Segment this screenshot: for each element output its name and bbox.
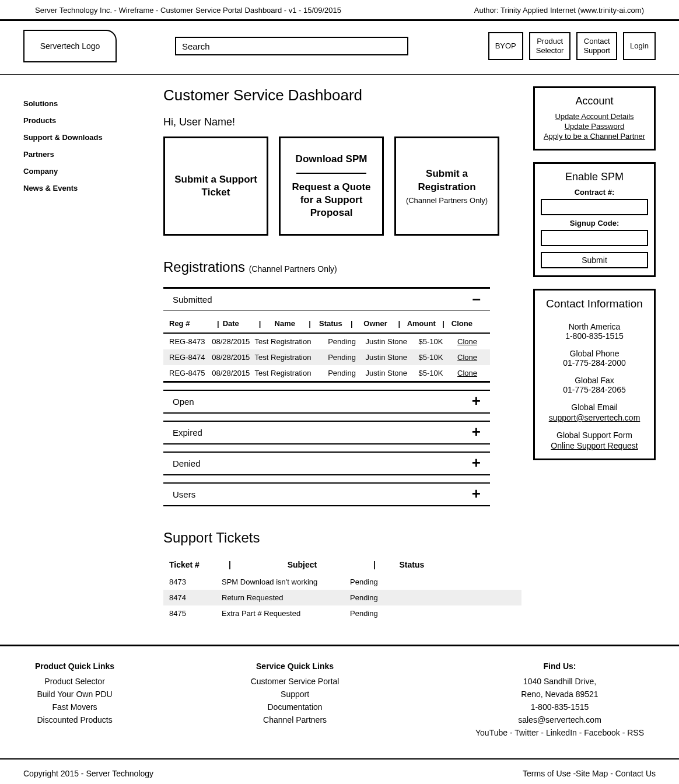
th-owner: Owner: [356, 319, 395, 328]
meta-right: Author: Trinity Applied Internet (www.tr…: [474, 6, 644, 15]
code-label: Signup Code:: [541, 219, 648, 228]
contact-fax-label: Global Fax: [541, 376, 648, 385]
download-spm-label: Download SPM: [296, 153, 368, 166]
th-ticket: Ticket #: [169, 560, 222, 569]
contact-info-title: Contact Information: [541, 298, 648, 310]
logo[interactable]: Servertech Logo: [23, 30, 117, 62]
contact-global-phone: 01-775-284-2000: [541, 358, 648, 368]
page-title: Customer Service Dashboard: [163, 86, 522, 104]
table-row: 8475 Extra Part # Requested Pending: [163, 606, 522, 621]
find-us-title: Find Us:: [475, 662, 644, 671]
plus-icon: +: [472, 428, 481, 438]
clone-link[interactable]: Clone: [450, 369, 484, 377]
sidebar-item-solutions[interactable]: Solutions: [23, 99, 163, 108]
contract-label: Contract #:: [541, 188, 648, 197]
minus-icon: –: [473, 295, 481, 304]
byop-button[interactable]: BYOP: [488, 32, 523, 60]
account-panel: Account Update Account Details Update Pa…: [533, 86, 656, 150]
sidebar-item-company[interactable]: Company: [23, 167, 163, 176]
meta-left: Server Technology Inc. - Wireframe - Cus…: [35, 6, 341, 15]
contact-email-label: Global Email: [541, 402, 648, 412]
th-date: Date: [223, 319, 256, 328]
contact-form-label: Global Support Form: [541, 430, 648, 440]
clone-link[interactable]: Clone: [450, 353, 484, 362]
address-email[interactable]: sales@servertech.com: [475, 715, 644, 724]
address-phone: 1-800-835-1515: [475, 702, 644, 712]
footer-link[interactable]: Discounted Products: [35, 715, 114, 724]
submit-ticket-card[interactable]: Submit a Support Ticket: [163, 136, 268, 236]
footer-link[interactable]: Documentation: [251, 702, 340, 712]
submitted-header[interactable]: Submitted –: [163, 289, 490, 311]
enable-spm-title: Enable SPM: [541, 171, 648, 183]
th-status: Status: [383, 560, 441, 569]
enable-spm-panel: Enable SPM Contract #: Signup Code: Subm…: [533, 162, 656, 277]
address-line: 1040 Sandhill Drive,: [475, 677, 644, 686]
code-input[interactable]: [541, 230, 648, 246]
th-clone: Clone: [448, 319, 476, 328]
contact-email[interactable]: support@servertech.com: [541, 413, 648, 422]
download-quote-card[interactable]: Download SPM Request a Quote for a Suppo…: [279, 136, 384, 236]
address-line: Reno, Nevada 89521: [475, 690, 644, 699]
th-subject: Subject: [238, 560, 366, 569]
contact-form-link[interactable]: Online Support Request: [541, 441, 648, 450]
greeting: Hi, User Name!: [163, 116, 522, 128]
submit-reg-sub: (Channel Partners Only): [406, 196, 488, 205]
registrations-title: Registrations: [163, 259, 245, 275]
footer-link[interactable]: Fast Movers: [35, 702, 114, 712]
th-name: Name: [264, 319, 305, 328]
copyright: Copyright 2015 - Server Technology: [23, 769, 153, 778]
submit-reg-label: Submit a Registration: [402, 167, 492, 193]
update-account-link[interactable]: Update Account Details: [541, 112, 648, 121]
submitted-label: Submitted: [173, 295, 212, 304]
social-links[interactable]: YouTube - Twitter - LinkedIn - Facebook …: [475, 728, 644, 737]
submit-button[interactable]: Submit: [541, 252, 648, 268]
clone-link[interactable]: Clone: [450, 337, 484, 346]
search-input[interactable]: Search: [175, 37, 408, 55]
users-header[interactable]: Users+: [163, 484, 490, 505]
contact-global-phone-label: Global Phone: [541, 349, 648, 358]
update-password-link[interactable]: Update Password: [541, 122, 648, 131]
submit-ticket-label: Submit a Support Ticket: [171, 173, 261, 199]
table-row: REG-8473 08/28/2015 Test Registration Pe…: [163, 334, 490, 349]
contact-info-panel: Contact Information North America 1-800-…: [533, 289, 656, 460]
open-header[interactable]: Open+: [163, 391, 490, 412]
product-quick-links-title: Product Quick Links: [35, 662, 114, 671]
registrations-subtitle: (Channel Partners Only): [249, 264, 337, 274]
table-row: 8474 Return Requested Pending: [163, 590, 522, 606]
contact-na-phone: 1-800-835-1515: [541, 331, 648, 341]
contact-support-button[interactable]: Contact Support: [576, 32, 617, 60]
table-row: REG-8475 08/28/2015 Test Registration Pe…: [163, 365, 490, 381]
product-selector-button[interactable]: Product Selector: [529, 32, 571, 60]
th-status: Status: [314, 319, 347, 328]
sidebar: Solutions Products Support & Downloads P…: [23, 86, 163, 621]
tickets-title: Support Tickets: [163, 530, 522, 546]
login-button[interactable]: Login: [623, 32, 656, 60]
footer-link[interactable]: Support: [251, 690, 340, 699]
sidebar-item-support[interactable]: Support & Downloads: [23, 133, 163, 142]
service-quick-links-title: Service Quick Links: [251, 662, 340, 671]
expired-header[interactable]: Expired+: [163, 422, 490, 443]
sidebar-item-partners[interactable]: Partners: [23, 150, 163, 159]
bottom-links[interactable]: Terms of Use -Site Map - Contact Us: [523, 769, 656, 778]
footer-link[interactable]: Build Your Own PDU: [35, 690, 114, 699]
plus-icon: +: [472, 489, 481, 499]
sidebar-item-products[interactable]: Products: [23, 116, 163, 125]
apply-partner-link[interactable]: Apply to be a Channel Partner: [541, 132, 648, 141]
th-amount: Amount: [404, 319, 439, 328]
table-row: REG-8474 08/28/2015 Test Registration Pe…: [163, 349, 490, 365]
denied-header[interactable]: Denied+: [163, 453, 490, 474]
contact-fax: 01-775-284-2065: [541, 385, 648, 394]
th-reg: Reg #: [169, 319, 214, 328]
footer-link[interactable]: Channel Partners: [251, 715, 340, 724]
submit-registration-card[interactable]: Submit a Registration (Channel Partners …: [394, 136, 499, 236]
sidebar-item-news[interactable]: News & Events: [23, 184, 163, 192]
contract-input[interactable]: [541, 199, 648, 215]
plus-icon: +: [472, 397, 481, 407]
footer-link[interactable]: Customer Service Portal: [251, 677, 340, 686]
request-quote-label: Request a Quote for a Support Proposal: [286, 181, 376, 219]
plus-icon: +: [472, 459, 481, 468]
footer-link[interactable]: Product Selector: [35, 677, 114, 686]
account-title: Account: [541, 95, 648, 107]
contact-na: North America: [541, 322, 648, 331]
table-row: 8473 SPM Download isn't working Pending: [163, 574, 522, 590]
